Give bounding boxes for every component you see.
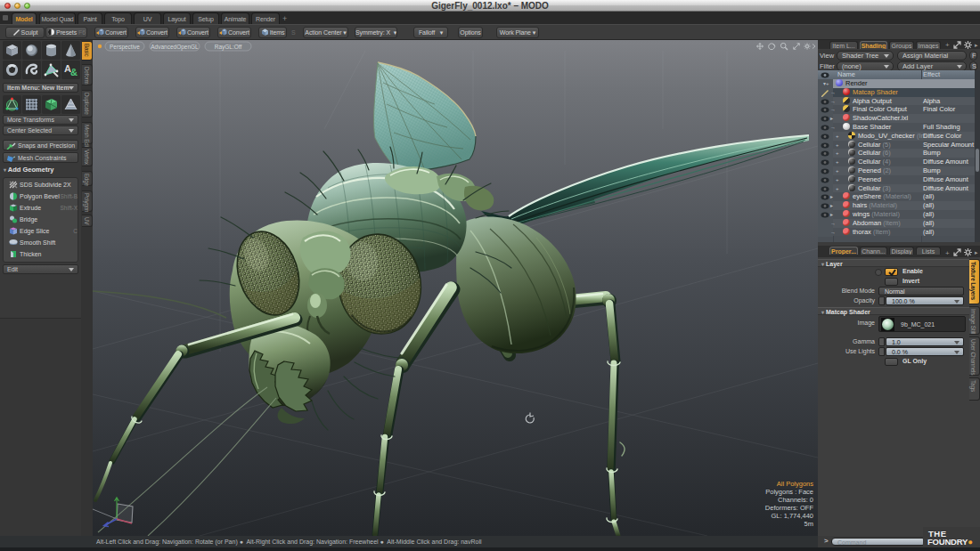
svg-text:GL: 1,774,440: GL: 1,774,440 bbox=[771, 512, 813, 520]
svg-text:RayGL:Off: RayGL:Off bbox=[215, 44, 242, 51]
svg-text:Perspective: Perspective bbox=[110, 44, 140, 51]
svg-text:5m: 5m bbox=[804, 520, 813, 528]
svg-text:Deformers: OFF: Deformers: OFF bbox=[765, 504, 814, 512]
svg-text:All Polygons: All Polygons bbox=[777, 480, 814, 488]
svg-text:&: & bbox=[70, 67, 78, 77]
svg-text:Polygons : Face: Polygons : Face bbox=[765, 488, 813, 496]
svg-text:Channels: 0: Channels: 0 bbox=[778, 496, 813, 504]
svg-text:AdvancedOpenGL: AdvancedOpenGL bbox=[151, 44, 199, 51]
